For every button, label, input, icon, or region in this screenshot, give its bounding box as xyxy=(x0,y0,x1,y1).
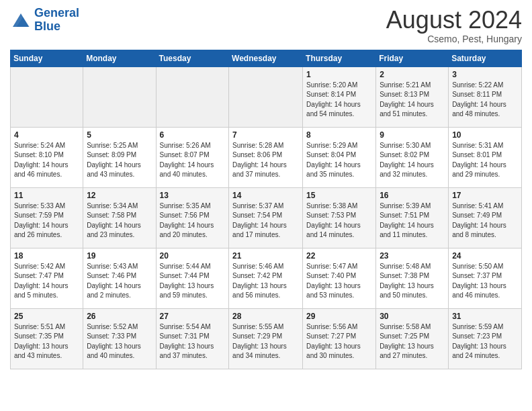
day-number: 14 xyxy=(232,191,299,200)
calendar-cell: 26Sunrise: 5:52 AM Sunset: 7:33 PM Dayli… xyxy=(83,308,156,369)
day-info: Sunrise: 5:24 AM Sunset: 8:10 PM Dayligh… xyxy=(14,141,79,180)
day-number: 12 xyxy=(87,191,152,200)
calendar-cell: 9Sunrise: 5:30 AM Sunset: 8:02 PM Daylig… xyxy=(376,127,449,187)
day-info: Sunrise: 5:50 AM Sunset: 7:37 PM Dayligh… xyxy=(452,262,518,301)
calendar-week-row: 18Sunrise: 5:42 AM Sunset: 7:47 PM Dayli… xyxy=(11,248,522,308)
calendar-cell: 17Sunrise: 5:41 AM Sunset: 7:49 PM Dayli… xyxy=(449,187,522,248)
day-info: Sunrise: 5:28 AM Sunset: 8:06 PM Dayligh… xyxy=(232,141,299,180)
day-number: 30 xyxy=(380,312,445,321)
day-of-week-header: Sunday xyxy=(11,50,83,66)
day-info: Sunrise: 5:38 AM Sunset: 7:53 PM Dayligh… xyxy=(306,201,372,240)
day-info: Sunrise: 5:21 AM Sunset: 8:13 PM Dayligh… xyxy=(380,81,445,120)
day-info: Sunrise: 5:55 AM Sunset: 7:29 PM Dayligh… xyxy=(232,322,299,361)
day-number: 9 xyxy=(380,130,445,140)
calendar-cell: 25Sunrise: 5:51 AM Sunset: 7:35 PM Dayli… xyxy=(11,308,83,369)
day-number: 26 xyxy=(87,312,152,321)
day-info: Sunrise: 5:41 AM Sunset: 7:49 PM Dayligh… xyxy=(452,201,518,240)
calendar-week-row: 1Sunrise: 5:20 AM Sunset: 8:14 PM Daylig… xyxy=(11,66,522,127)
calendar-cell: 5Sunrise: 5:25 AM Sunset: 8:09 PM Daylig… xyxy=(83,127,156,187)
calendar-header: SundayMondayTuesdayWednesdayThursdayFrid… xyxy=(11,50,522,66)
calendar-table: SundayMondayTuesdayWednesdayThursdayFrid… xyxy=(10,50,522,369)
calendar-cell: 16Sunrise: 5:39 AM Sunset: 7:51 PM Dayli… xyxy=(376,187,449,248)
day-number: 5 xyxy=(87,130,152,140)
day-of-week-header: Friday xyxy=(376,50,449,66)
calendar-cell: 14Sunrise: 5:37 AM Sunset: 7:54 PM Dayli… xyxy=(229,187,303,248)
day-info: Sunrise: 5:39 AM Sunset: 7:51 PM Dayligh… xyxy=(380,201,445,240)
day-number: 28 xyxy=(232,312,299,321)
calendar-week-row: 4Sunrise: 5:24 AM Sunset: 8:10 PM Daylig… xyxy=(11,127,522,187)
calendar-cell: 11Sunrise: 5:33 AM Sunset: 7:59 PM Dayli… xyxy=(11,187,83,248)
calendar-cell: 24Sunrise: 5:50 AM Sunset: 7:37 PM Dayli… xyxy=(449,248,522,308)
page-header: General Blue August 2024 Csemo, Pest, Hu… xyxy=(10,7,522,44)
day-info: Sunrise: 5:30 AM Sunset: 8:02 PM Dayligh… xyxy=(380,141,445,180)
day-number: 20 xyxy=(160,251,226,261)
calendar-cell: 10Sunrise: 5:31 AM Sunset: 8:01 PM Dayli… xyxy=(449,127,522,187)
day-info: Sunrise: 5:25 AM Sunset: 8:09 PM Dayligh… xyxy=(87,141,152,180)
day-info: Sunrise: 5:56 AM Sunset: 7:27 PM Dayligh… xyxy=(306,322,372,361)
day-info: Sunrise: 5:48 AM Sunset: 7:38 PM Dayligh… xyxy=(380,262,445,301)
day-number: 24 xyxy=(452,251,518,261)
location: Csemo, Pest, Hungary xyxy=(386,34,522,44)
day-number: 6 xyxy=(160,130,226,140)
day-number: 19 xyxy=(87,251,152,261)
calendar-cell: 13Sunrise: 5:35 AM Sunset: 7:56 PM Dayli… xyxy=(156,187,229,248)
calendar-week-row: 25Sunrise: 5:51 AM Sunset: 7:35 PM Dayli… xyxy=(11,308,522,369)
day-number: 8 xyxy=(306,130,372,140)
day-info: Sunrise: 5:51 AM Sunset: 7:35 PM Dayligh… xyxy=(14,322,79,361)
day-info: Sunrise: 5:59 AM Sunset: 7:23 PM Dayligh… xyxy=(452,322,518,361)
day-number: 7 xyxy=(232,130,299,140)
day-number: 18 xyxy=(14,251,79,261)
calendar-cell: 22Sunrise: 5:47 AM Sunset: 7:40 PM Dayli… xyxy=(303,248,376,308)
calendar-cell: 19Sunrise: 5:43 AM Sunset: 7:46 PM Dayli… xyxy=(83,248,156,308)
calendar-cell: 15Sunrise: 5:38 AM Sunset: 7:53 PM Dayli… xyxy=(303,187,376,248)
logo-icon xyxy=(10,11,32,30)
day-number: 2 xyxy=(380,70,445,79)
calendar-cell: 3Sunrise: 5:22 AM Sunset: 8:11 PM Daylig… xyxy=(449,66,522,127)
day-info: Sunrise: 5:26 AM Sunset: 8:07 PM Dayligh… xyxy=(160,141,226,180)
calendar-cell: 28Sunrise: 5:55 AM Sunset: 7:29 PM Dayli… xyxy=(229,308,303,369)
calendar-cell: 8Sunrise: 5:29 AM Sunset: 8:04 PM Daylig… xyxy=(303,127,376,187)
day-of-week-header: Thursday xyxy=(303,50,376,66)
day-number: 29 xyxy=(306,312,372,321)
day-of-week-header: Wednesday xyxy=(229,50,303,66)
day-number: 15 xyxy=(306,191,372,200)
day-of-week-header: Monday xyxy=(83,50,156,66)
day-info: Sunrise: 5:47 AM Sunset: 7:40 PM Dayligh… xyxy=(306,262,372,301)
calendar-cell: 18Sunrise: 5:42 AM Sunset: 7:47 PM Dayli… xyxy=(11,248,83,308)
calendar-body: 1Sunrise: 5:20 AM Sunset: 8:14 PM Daylig… xyxy=(11,66,522,369)
header-row: SundayMondayTuesdayWednesdayThursdayFrid… xyxy=(11,50,522,66)
day-number: 23 xyxy=(380,251,445,261)
day-info: Sunrise: 5:20 AM Sunset: 8:14 PM Dayligh… xyxy=(306,81,372,120)
day-info: Sunrise: 5:34 AM Sunset: 7:58 PM Dayligh… xyxy=(87,201,152,240)
day-number: 16 xyxy=(380,191,445,200)
calendar-cell: 31Sunrise: 5:59 AM Sunset: 7:23 PM Dayli… xyxy=(449,308,522,369)
calendar-cell: 7Sunrise: 5:28 AM Sunset: 8:06 PM Daylig… xyxy=(229,127,303,187)
day-number: 21 xyxy=(232,251,299,261)
day-number: 25 xyxy=(14,312,79,321)
day-info: Sunrise: 5:44 AM Sunset: 7:44 PM Dayligh… xyxy=(160,262,226,301)
day-number: 31 xyxy=(452,312,518,321)
day-number: 13 xyxy=(160,191,226,200)
calendar-cell: 30Sunrise: 5:58 AM Sunset: 7:25 PM Dayli… xyxy=(376,308,449,369)
calendar-cell: 1Sunrise: 5:20 AM Sunset: 8:14 PM Daylig… xyxy=(303,66,376,127)
calendar-cell: 20Sunrise: 5:44 AM Sunset: 7:44 PM Dayli… xyxy=(156,248,229,308)
day-info: Sunrise: 5:52 AM Sunset: 7:33 PM Dayligh… xyxy=(87,322,152,361)
calendar-cell: 4Sunrise: 5:24 AM Sunset: 8:10 PM Daylig… xyxy=(11,127,83,187)
day-info: Sunrise: 5:33 AM Sunset: 7:59 PM Dayligh… xyxy=(14,201,79,240)
logo-name1: General xyxy=(34,6,79,19)
day-info: Sunrise: 5:42 AM Sunset: 7:47 PM Dayligh… xyxy=(14,262,79,301)
day-info: Sunrise: 5:46 AM Sunset: 7:42 PM Dayligh… xyxy=(232,262,299,301)
logo: General Blue xyxy=(10,7,79,34)
day-info: Sunrise: 5:22 AM Sunset: 8:11 PM Dayligh… xyxy=(452,81,518,120)
title-block: August 2024 Csemo, Pest, Hungary xyxy=(386,7,522,44)
day-number: 27 xyxy=(160,312,226,321)
calendar-week-row: 11Sunrise: 5:33 AM Sunset: 7:59 PM Dayli… xyxy=(11,187,522,248)
calendar-cell: 29Sunrise: 5:56 AM Sunset: 7:27 PM Dayli… xyxy=(303,308,376,369)
calendar-cell: 21Sunrise: 5:46 AM Sunset: 7:42 PM Dayli… xyxy=(229,248,303,308)
calendar-cell: 27Sunrise: 5:54 AM Sunset: 7:31 PM Dayli… xyxy=(156,308,229,369)
day-number: 17 xyxy=(452,191,518,200)
calendar-cell: 2Sunrise: 5:21 AM Sunset: 8:13 PM Daylig… xyxy=(376,66,449,127)
day-of-week-header: Saturday xyxy=(449,50,522,66)
day-info: Sunrise: 5:29 AM Sunset: 8:04 PM Dayligh… xyxy=(306,141,372,180)
day-info: Sunrise: 5:43 AM Sunset: 7:46 PM Dayligh… xyxy=(87,262,152,301)
